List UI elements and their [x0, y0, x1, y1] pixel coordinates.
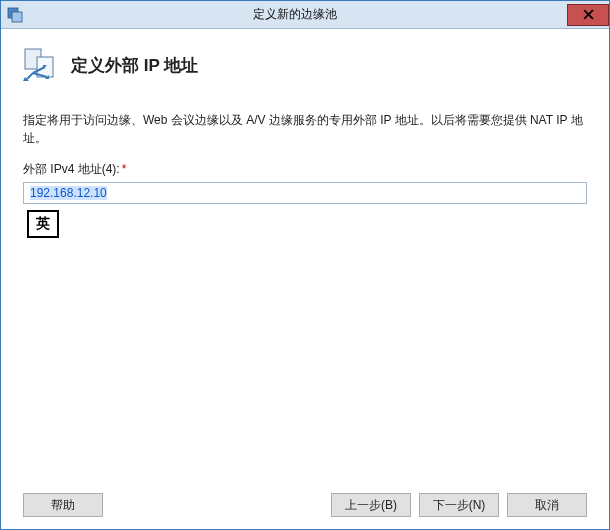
page-title: 定义外部 IP 地址: [71, 54, 198, 77]
back-button[interactable]: 上一步(B): [331, 493, 411, 517]
page-description: 指定将用于访问边缘、Web 会议边缘以及 A/V 边缘服务的专用外部 IP 地址…: [23, 111, 587, 147]
wizard-window: 定义新的边缘池 定义外部 IP 地址: [0, 0, 610, 530]
titlebar: 定义新的边缘池: [1, 1, 609, 29]
external-ipv4-input[interactable]: [23, 182, 587, 204]
ime-indicator[interactable]: 英: [27, 210, 59, 238]
app-icon: [7, 7, 23, 23]
next-button[interactable]: 下一步(N): [419, 493, 499, 517]
window-title: 定义新的边缘池: [23, 6, 567, 23]
required-indicator: *: [122, 162, 127, 176]
help-button[interactable]: 帮助: [23, 493, 103, 517]
svg-rect-1: [12, 12, 22, 22]
button-row: 帮助 上一步(B) 下一步(N) 取消: [23, 483, 587, 517]
close-button[interactable]: [567, 4, 609, 26]
cancel-button[interactable]: 取消: [507, 493, 587, 517]
ip4-field-label: 外部 IPv4 地址(4):*: [23, 161, 587, 178]
servers-icon: [23, 47, 59, 83]
spacer: [23, 238, 587, 483]
page-header: 定义外部 IP 地址: [23, 47, 587, 83]
close-icon: [583, 7, 594, 23]
content-area: 定义外部 IP 地址 指定将用于访问边缘、Web 会议边缘以及 A/V 边缘服务…: [1, 29, 609, 529]
